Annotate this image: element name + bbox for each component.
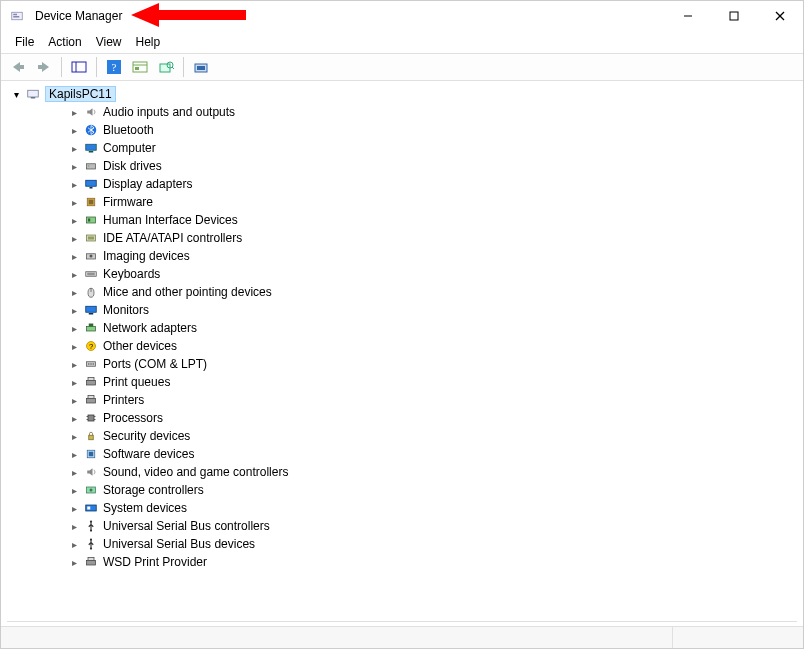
category-label: Bluetooth xyxy=(103,123,154,137)
chevron-right-icon[interactable]: ▸ xyxy=(67,159,81,173)
chevron-right-icon[interactable]: ▸ xyxy=(67,357,81,371)
chevron-right-icon[interactable]: ▸ xyxy=(67,339,81,353)
tree-category-node[interactable]: ▸Imaging devices xyxy=(49,247,791,265)
chevron-right-icon[interactable]: ▸ xyxy=(67,141,81,155)
firmware-icon xyxy=(83,194,99,210)
tree-category-node[interactable]: ▸Sound, video and game controllers xyxy=(49,463,791,481)
chevron-right-icon[interactable]: ▸ xyxy=(67,249,81,263)
help-button[interactable]: ? xyxy=(103,56,125,78)
chevron-right-icon[interactable]: ▸ xyxy=(67,537,81,551)
menu-view[interactable]: View xyxy=(90,33,128,51)
tree-category-node[interactable]: ▸IDE ATA/ATAPI controllers xyxy=(49,229,791,247)
svg-text:?: ? xyxy=(89,342,93,351)
forward-button[interactable] xyxy=(33,56,55,78)
chevron-down-icon[interactable]: ▾ xyxy=(9,87,23,101)
tree-category-node[interactable]: ▸Audio inputs and outputs xyxy=(49,103,791,121)
tree-category-node[interactable]: ▸Firmware xyxy=(49,193,791,211)
tree-category-node[interactable]: ▸System devices xyxy=(49,499,791,517)
tree-category-node[interactable]: ▸?Other devices xyxy=(49,337,791,355)
chevron-right-icon[interactable]: ▸ xyxy=(67,303,81,317)
chevron-right-icon[interactable]: ▸ xyxy=(67,231,81,245)
svg-rect-58 xyxy=(88,378,94,381)
tree-category-node[interactable]: ▸Storage controllers xyxy=(49,481,791,499)
properties-button[interactable] xyxy=(129,56,151,78)
svg-line-21 xyxy=(172,67,174,69)
minimize-icon xyxy=(683,11,693,21)
toolbar-separator xyxy=(96,57,97,77)
menu-help[interactable]: Help xyxy=(130,33,167,51)
close-icon xyxy=(775,11,785,21)
usb-icon xyxy=(83,518,99,534)
chevron-right-icon[interactable]: ▸ xyxy=(67,177,81,191)
tree-category-node[interactable]: ▸Computer xyxy=(49,139,791,157)
tree-category-node[interactable]: ▸Printers xyxy=(49,391,791,409)
svg-rect-4 xyxy=(730,12,738,20)
maximize-button[interactable] xyxy=(711,1,757,31)
chevron-right-icon[interactable]: ▸ xyxy=(67,411,81,425)
svg-rect-39 xyxy=(88,237,94,240)
tree-category-node[interactable]: ▸Bluetooth xyxy=(49,121,791,139)
chevron-right-icon[interactable]: ▸ xyxy=(67,105,81,119)
svg-rect-57 xyxy=(87,381,96,386)
back-button[interactable] xyxy=(7,56,29,78)
tree-category-node[interactable]: ▸WSD Print Provider xyxy=(49,553,791,571)
tree-category-node[interactable]: ▸Print queues xyxy=(49,373,791,391)
imaging-icon xyxy=(83,248,99,264)
chevron-right-icon[interactable]: ▸ xyxy=(67,195,81,209)
chevron-right-icon[interactable]: ▸ xyxy=(67,465,81,479)
tree-root-node[interactable]: ▾ KapilsPC11 xyxy=(9,85,791,103)
tree-category-node[interactable]: ▸Disk drives xyxy=(49,157,791,175)
menu-action[interactable]: Action xyxy=(42,33,87,51)
tree-category-node[interactable]: ▸Human Interface Devices xyxy=(49,211,791,229)
svg-rect-36 xyxy=(87,217,96,223)
tree-category-node[interactable]: ▸Processors xyxy=(49,409,791,427)
chevron-right-icon[interactable]: ▸ xyxy=(67,447,81,461)
show-hide-tree-icon xyxy=(71,60,87,74)
chevron-right-icon[interactable]: ▸ xyxy=(67,555,81,569)
tree-category-node[interactable]: ▸Network adapters xyxy=(49,319,791,337)
window-title: Device Manager xyxy=(35,9,122,23)
show-hide-console-tree-button[interactable] xyxy=(68,56,90,78)
chevron-right-icon[interactable]: ▸ xyxy=(67,519,81,533)
category-label: Disk drives xyxy=(103,159,162,173)
chevron-right-icon[interactable]: ▸ xyxy=(67,429,81,443)
tree-category-node[interactable]: ▸Software devices xyxy=(49,445,791,463)
device-manager-window: Device Manager File Action View Help xyxy=(0,0,804,649)
tree-category-node[interactable]: ▸Universal Serial Bus controllers xyxy=(49,517,791,535)
chevron-right-icon[interactable]: ▸ xyxy=(67,375,81,389)
storage-icon xyxy=(83,482,99,498)
close-button[interactable] xyxy=(757,1,803,31)
minimize-button[interactable] xyxy=(665,1,711,31)
tree-category-node[interactable]: ▸Monitors xyxy=(49,301,791,319)
svg-point-31 xyxy=(88,165,90,167)
tree-category-node[interactable]: ▸Keyboards xyxy=(49,265,791,283)
svg-rect-29 xyxy=(89,151,94,153)
svg-rect-28 xyxy=(86,144,97,150)
chevron-right-icon[interactable]: ▸ xyxy=(67,393,81,407)
tree-category-node[interactable]: ▸Universal Serial Bus devices xyxy=(49,535,791,553)
tree-category-node[interactable]: ▸Ports (COM & LPT) xyxy=(49,355,791,373)
category-label: Firmware xyxy=(103,195,153,209)
computer-icon xyxy=(83,140,99,156)
menu-file[interactable]: File xyxy=(9,33,40,51)
toolbar-separator xyxy=(183,57,184,77)
tree-category-node[interactable]: ▸Mice and other pointing devices xyxy=(49,283,791,301)
add-legacy-hardware-button[interactable] xyxy=(190,56,212,78)
chevron-right-icon[interactable]: ▸ xyxy=(67,123,81,137)
tree-category-node[interactable]: ▸Security devices xyxy=(49,427,791,445)
category-label: Printers xyxy=(103,393,144,407)
scan-hardware-button[interactable] xyxy=(155,56,177,78)
category-label: Security devices xyxy=(103,429,190,443)
svg-rect-60 xyxy=(88,396,94,399)
chevron-right-icon[interactable]: ▸ xyxy=(67,501,81,515)
chevron-right-icon[interactable]: ▸ xyxy=(67,213,81,227)
window-controls xyxy=(665,1,803,31)
chevron-right-icon[interactable]: ▸ xyxy=(67,267,81,281)
chevron-right-icon[interactable]: ▸ xyxy=(67,483,81,497)
chevron-right-icon[interactable]: ▸ xyxy=(67,285,81,299)
sound-icon xyxy=(83,464,99,480)
chevron-right-icon[interactable]: ▸ xyxy=(67,321,81,335)
device-tree[interactable]: ▾ KapilsPC11 ▸Audio inputs and outputs▸B… xyxy=(7,81,797,622)
tree-category-node[interactable]: ▸Display adapters xyxy=(49,175,791,193)
category-label: Sound, video and game controllers xyxy=(103,465,288,479)
